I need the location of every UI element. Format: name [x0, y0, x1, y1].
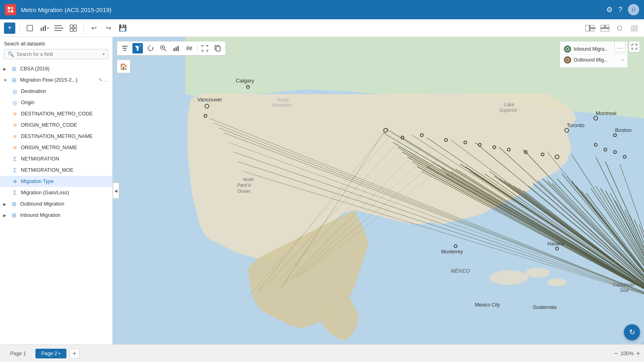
search-section: Search all datasets 🔍 ▾	[0, 37, 112, 62]
more-icon[interactable]: …	[104, 77, 109, 83]
dest-metro-code-label: DESTINATION_METRO_CODE	[21, 111, 109, 117]
migration-gain-loss-label: Migration (Gain/Loss)	[21, 190, 109, 195]
present-button[interactable]: ⬡	[613, 22, 625, 34]
page-tab-2[interactable]: Page 2 ▾	[35, 349, 67, 358]
expand-icon: ▼	[3, 78, 8, 82]
origin-label: Origin	[21, 100, 109, 105]
page-bar: Page 1 Page 2 ▾ + − 100% +	[0, 344, 644, 362]
map-refresh-button[interactable]: ↻	[624, 324, 640, 340]
tree-item-migration-type[interactable]: ≡ Migration Type	[0, 176, 112, 187]
left-panel: Search all datasets 🔍 ▾ ▶ ⊞ CBSA (2019) …	[0, 37, 113, 344]
tree-item-netmigration-moe[interactable]: Σ NETMIGRATION_MOE	[0, 165, 112, 176]
page-tab-dropdown-icon[interactable]: ▾	[58, 352, 60, 356]
new-sheet-button[interactable]	[24, 22, 36, 34]
tree-item-orig-metro-code[interactable]: ≡ ORIGIN_METRO_CODE	[0, 119, 112, 131]
dashboard-button[interactable]	[67, 22, 79, 34]
help-icon[interactable]: ?	[618, 6, 622, 14]
sigma-icon: Σ	[11, 189, 19, 196]
map-more-button[interactable]: …	[614, 41, 625, 52]
link-button[interactable]	[184, 43, 194, 53]
search-icon: 🔍	[8, 51, 14, 57]
undo-button[interactable]: ↩	[88, 22, 100, 34]
netmigration-label: NETMIGRATION	[21, 156, 109, 162]
fullscreen-button[interactable]	[200, 43, 210, 53]
svg-rect-8	[54, 25, 62, 26]
tree-item-netmigration[interactable]: Σ NETMIGRATION	[0, 153, 112, 165]
tree-item-dest-metro-code[interactable]: ≡ DESTINATION_METRO_CODE	[0, 108, 112, 119]
search-dropdown-icon[interactable]: ▾	[103, 52, 105, 56]
page-tab-1[interactable]: Page 1	[4, 349, 32, 358]
tree-item-migration-flow[interactable]: ▼ ⊞ Migration Flow (2015-2...) ✎ …	[0, 74, 112, 86]
copy-button[interactable]	[213, 43, 223, 53]
add-button[interactable]: +	[4, 23, 15, 34]
svg-rect-19	[605, 25, 609, 28]
view-button[interactable]: ▾	[53, 22, 65, 34]
expand-icon: ▶	[3, 202, 8, 206]
table-icon: ⊞	[10, 201, 18, 207]
layout-view-button[interactable]: ▾	[584, 22, 597, 34]
chart-type-button[interactable]: ▾	[38, 22, 50, 34]
migration-flow-label: Migration Flow (2015-2...)	[20, 77, 96, 83]
page-add-button[interactable]: +	[70, 349, 79, 358]
tree-item-orig-metro-name[interactable]: ≡ ORIGIN_METRO_NAME	[0, 142, 112, 153]
redo-button[interactable]: ↪	[102, 22, 114, 34]
svg-text:Caribbean: Caribbean	[613, 282, 635, 288]
svg-rect-167	[175, 47, 177, 51]
tree-item-cbsa[interactable]: ▶ ⊞ CBSA (2019)	[0, 63, 112, 74]
tree-item-destination[interactable]: ◎ Destination	[0, 86, 112, 97]
sigma-icon: Σ	[11, 167, 19, 173]
legend-dot-outbound	[564, 56, 571, 64]
svg-rect-6	[43, 27, 44, 31]
svg-rect-1	[11, 7, 13, 9]
topbar: Metro Migration (ACS 2015-2019) ⚙ ? U	[0, 0, 644, 19]
destination-label: Destination	[21, 88, 109, 94]
zoom-in-button[interactable]: +	[636, 350, 640, 357]
map-resize-handle[interactable]	[639, 339, 644, 344]
filter-button[interactable]	[120, 43, 130, 53]
svg-rect-0	[8, 7, 10, 9]
svg-rect-15	[585, 25, 589, 31]
edit-icon[interactable]: ✎	[99, 77, 103, 83]
location-icon: ◎	[11, 99, 19, 106]
svg-text:Guatemala: Guatemala	[533, 304, 557, 310]
svg-text:Montreal: Montreal	[596, 110, 616, 116]
tree-item-origin[interactable]: ◎ Origin	[0, 97, 112, 108]
tree-item-inbound[interactable]: ▶ ⊞ Inbound Migration	[0, 210, 112, 221]
lasso-button[interactable]	[145, 43, 156, 53]
filter-active-button[interactable]: 1	[132, 43, 143, 53]
svg-rect-4	[27, 25, 33, 31]
bar-icon: ≡	[11, 144, 19, 151]
legend-arrow-out[interactable]: ›	[622, 57, 623, 63]
map-home-button[interactable]: 🏠	[117, 60, 130, 73]
svg-rect-169	[216, 47, 220, 51]
tree-item-outbound[interactable]: ▶ ⊞ Outbound Migration	[0, 198, 112, 210]
bar-icon: ≡	[11, 133, 19, 140]
app-title: Metro Migration (ACS 2015-2019)	[21, 6, 111, 13]
svg-point-170	[566, 47, 569, 51]
svg-line-173	[642, 343, 644, 344]
tree-item-migration-gain-loss[interactable]: Σ Migration (Gain/Loss)	[0, 187, 112, 198]
map-svg: Vancouver Calgary Toronto Montreal Bosto…	[113, 37, 644, 344]
location-icon: ◎	[11, 88, 19, 95]
svg-text:Ocean: Ocean	[237, 189, 250, 193]
search-input[interactable]	[17, 51, 100, 57]
zoom-button[interactable]	[158, 43, 169, 53]
settings-icon[interactable]: ⚙	[606, 5, 613, 14]
split-view-button[interactable]	[599, 22, 611, 34]
svg-rect-13	[70, 29, 73, 31]
avatar[interactable]: U	[628, 4, 639, 15]
chart-button[interactable]	[171, 43, 182, 53]
save-button[interactable]: 💾	[117, 22, 129, 34]
svg-rect-18	[601, 25, 605, 28]
search-label: Search all datasets	[4, 41, 108, 47]
map-expand-button[interactable]	[629, 41, 640, 52]
tree-item-dest-metro-name[interactable]: ≡ DESTINATION_METRO_NAME	[0, 131, 112, 142]
map-container[interactable]: ◀	[113, 37, 644, 344]
share-button[interactable]: ⬜	[628, 22, 640, 34]
filter-badge: 1	[138, 43, 143, 48]
table-icon: ⊞	[10, 212, 18, 218]
zoom-out-button[interactable]: −	[614, 350, 618, 357]
legend-item-outbound[interactable]: Outbound Mig... ›	[564, 55, 623, 65]
legend-label-outbound: Outbound Mig...	[574, 57, 608, 63]
panel-collapse-button[interactable]: ◀	[113, 183, 119, 199]
